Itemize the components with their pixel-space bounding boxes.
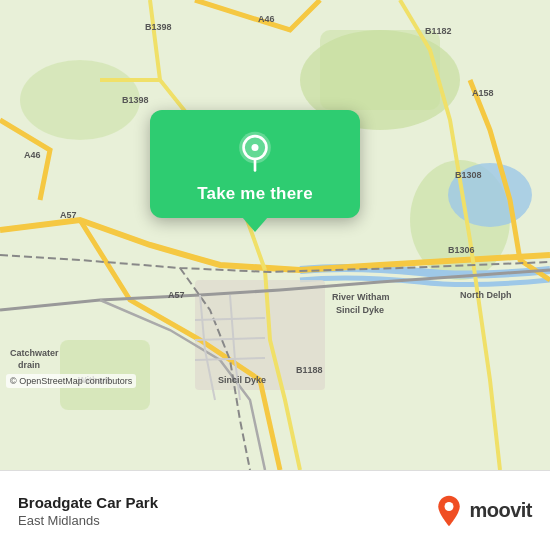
road-label-b1306: B1306 bbox=[448, 245, 475, 255]
map-svg bbox=[0, 0, 550, 470]
road-label-river-witham: River Witham bbox=[332, 292, 389, 302]
road-label-b1182: B1182 bbox=[425, 26, 452, 36]
road-label-sincil-dyke: Sincil Dyke bbox=[336, 305, 384, 315]
location-info: Broadgate Car Park East Midlands bbox=[18, 494, 158, 528]
road-label-sincil-dyke2: Sincil Dyke bbox=[218, 375, 266, 385]
road-label-a57-mid: A57 bbox=[168, 290, 185, 300]
road-label-b1188: B1188 bbox=[296, 365, 323, 375]
moovit-logo: moovit bbox=[435, 494, 532, 528]
road-label-a158: A158 bbox=[472, 88, 494, 98]
map-container: B1398 A46 B1182 A158 B1398 A46 B1308 A57… bbox=[0, 0, 550, 470]
svg-point-10 bbox=[251, 144, 258, 151]
popup-card[interactable]: Take me there bbox=[150, 110, 360, 218]
road-label-a57-left: A57 bbox=[60, 210, 77, 220]
location-pin-icon bbox=[233, 130, 277, 174]
road-label-b1398-mid: B1398 bbox=[122, 95, 149, 105]
road-label-drain: drain bbox=[18, 360, 40, 370]
osm-attribution: © OpenStreetMap contributors bbox=[6, 374, 136, 388]
popup-label: Take me there bbox=[197, 184, 313, 204]
moovit-pin-icon bbox=[435, 494, 463, 528]
road-label-north-delph: North Delph bbox=[460, 290, 512, 300]
road-label-a46-left: A46 bbox=[24, 150, 41, 160]
bottom-bar: Broadgate Car Park East Midlands moovit bbox=[0, 470, 550, 550]
svg-rect-4 bbox=[320, 30, 440, 110]
road-label-b1398-top: B1398 bbox=[145, 22, 172, 32]
location-name: Broadgate Car Park bbox=[18, 494, 158, 511]
road-label-b1308: B1308 bbox=[455, 170, 482, 180]
moovit-text: moovit bbox=[469, 499, 532, 522]
road-label-a46: A46 bbox=[258, 14, 275, 24]
svg-point-11 bbox=[445, 502, 454, 511]
location-region: East Midlands bbox=[18, 513, 158, 528]
road-label-catchwater: Catchwater bbox=[10, 348, 59, 358]
